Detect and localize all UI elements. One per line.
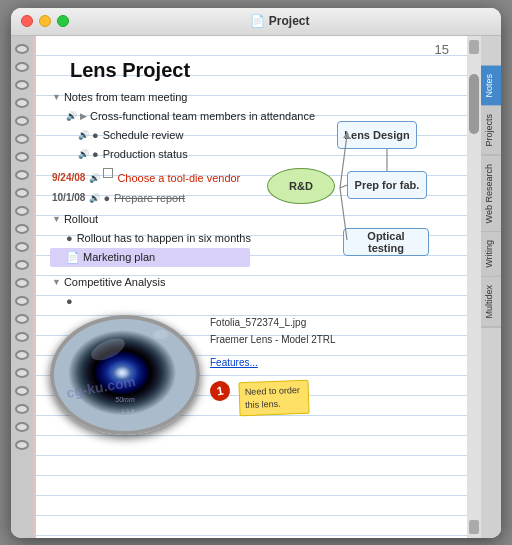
scroll-thumb[interactable] [469, 74, 479, 134]
maximize-button[interactable] [57, 15, 69, 27]
speaker-icon: 🔊 [78, 126, 89, 145]
item-text: Rollout [64, 210, 98, 229]
bullet-icon: ● [92, 145, 99, 164]
speaker-icon: 🔊 [78, 145, 89, 164]
rd-ellipse: R&D [267, 168, 335, 204]
spiral-ring [15, 80, 29, 90]
tab-notes[interactable]: Notes [481, 66, 501, 107]
page-number: 15 [50, 42, 459, 57]
tab-web-research[interactable]: Web Research [481, 156, 501, 232]
date-label: 9/24/08 [52, 168, 85, 188]
item-text: Choose a tool-die vendor [117, 168, 240, 188]
spiral-ring [15, 296, 29, 306]
bullet-icon: ● [66, 229, 73, 248]
spiral-ring [15, 116, 29, 126]
arrow-icon: ▼ [52, 210, 61, 229]
sidebar-tabs: Notes Projects Web Research Writing Mult… [481, 36, 501, 538]
arrow-icon: ▼ [52, 88, 61, 107]
titlebar: 📄 Project [11, 8, 501, 36]
scrollbar[interactable] [467, 36, 481, 538]
document-icon: 📄 [250, 14, 268, 28]
spiral-ring [15, 314, 29, 324]
spiral-ring [15, 98, 29, 108]
lens-photo: 50mm 1:1.8 [50, 315, 200, 435]
spiral-ring [15, 188, 29, 198]
page: 15 Lens Project [33, 36, 467, 538]
spiral-ring [15, 44, 29, 54]
spiral-ring [15, 440, 29, 450]
tab-projects[interactable]: Projects [481, 106, 501, 156]
svg-line-1 [340, 185, 347, 188]
spiral-ring [15, 278, 29, 288]
photo-filename: Fotolia_572374_L.jpg [210, 315, 336, 330]
checkbox-icon[interactable] [103, 168, 113, 178]
sticky-note: Need to order this lens. [238, 379, 309, 415]
features-link[interactable]: Features... [210, 357, 258, 368]
arrow-icon: ▼ [52, 273, 61, 292]
spiral-ring [15, 62, 29, 72]
spiral-ring [15, 404, 29, 414]
outline-item: 📄 Marketing plan [50, 248, 250, 267]
item-text: Rollout has to happen in six months [77, 229, 251, 248]
bullet-icon: ● [66, 292, 73, 311]
speaker-icon: 🔊 [66, 107, 77, 126]
spiral-ring [15, 170, 29, 180]
speaker-icon: 🔊 [89, 168, 100, 188]
spiral-ring [15, 422, 29, 432]
spiral-ring [15, 332, 29, 342]
bullet-icon: ● [103, 188, 110, 208]
lens-design-box: Lens Design [337, 121, 417, 149]
spiral-ring [15, 224, 29, 234]
tab-writing[interactable]: Writing [481, 232, 501, 277]
spiral-ring [15, 260, 29, 270]
spiral-ring [15, 152, 29, 162]
outline-item: ▼ Notes from team meeting [50, 88, 459, 107]
main-window: 📄 Project [11, 8, 501, 538]
item-text: Prepare report [114, 188, 185, 208]
spiral-binding [11, 36, 33, 538]
spiral-ring [15, 134, 29, 144]
spiral-ring [15, 206, 29, 216]
diagram-area: Lens Design Prep for fab. Optical testin… [247, 116, 447, 276]
item-text: Production status [103, 145, 188, 164]
item-text: Notes from team meeting [64, 88, 188, 107]
item-text: Schedule review [103, 126, 184, 145]
sticky-number: 1 [208, 379, 231, 402]
window-title: 📄 Project [69, 14, 491, 28]
prep-fab-box: Prep for fab. [347, 171, 427, 199]
arrow-icon: ▶ [80, 107, 87, 126]
page-content: 15 Lens Project [36, 36, 467, 445]
spiral-ring [15, 242, 29, 252]
spiral-ring [15, 386, 29, 396]
date-label: 10/1/08 [52, 188, 85, 208]
lens-info: Fotolia_572374_L.jpg Fraemer Lens - Mode… [210, 315, 336, 415]
bullet-icon: ● [92, 126, 99, 145]
spiral-ring [15, 350, 29, 360]
document-title: Lens Project [50, 59, 459, 82]
item-text: Competitive Analysis [64, 273, 166, 292]
photo-caption: Fraemer Lens - Model 2TRL [210, 332, 336, 347]
traffic-lights [21, 15, 69, 27]
speaker-icon: 🔊 [89, 188, 100, 208]
optical-testing-box: Optical testing [343, 228, 429, 256]
photo-section: 50mm 1:1.8 Fotolia_572374_L.jpg Fraemer … [50, 315, 459, 435]
item-text: Marketing plan [83, 248, 155, 267]
tab-multidex[interactable]: Multidex [481, 277, 501, 328]
doc-icon: 📄 [66, 248, 80, 267]
competitive-section: ▼ Competitive Analysis ● [50, 273, 459, 311]
main-body: 15 Lens Project [11, 36, 501, 538]
close-button[interactable] [21, 15, 33, 27]
minimize-button[interactable] [39, 15, 51, 27]
spiral-ring [15, 368, 29, 378]
outline-item: ● [50, 292, 459, 311]
